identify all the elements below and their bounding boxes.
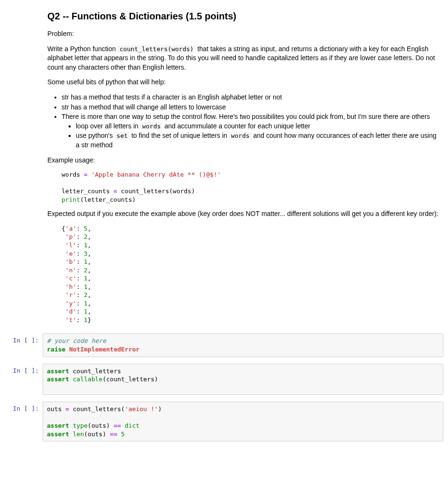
code-builtin: type	[73, 422, 88, 429]
code-input-area[interactable]: # your code here raise NotImplementedErr…	[43, 333, 443, 357]
code-cell: In [ ]: # your code here raise NotImplem…	[5, 333, 443, 357]
problem-description: Write a Python function count_letters(wo…	[47, 45, 439, 72]
hint-subitem: loop over all letters in words and accum…	[76, 122, 439, 131]
hints-intro: Some useful bits of python that will hel…	[47, 78, 439, 87]
problem-text-a: Write a Python function	[47, 45, 117, 53]
code-input-area[interactable]: outs = count_letters('aeiou !') assert t…	[43, 402, 443, 441]
code-token: count_letters(	[69, 405, 125, 413]
code-token: =	[65, 405, 69, 413]
code-keyword: assert	[47, 368, 69, 375]
cell-prompt: In [ ]:	[5, 364, 43, 395]
sub-text: and accummulate a counter for each uniqu…	[162, 122, 310, 130]
inline-code-set: set	[115, 132, 129, 140]
sub-text: use python's	[76, 132, 115, 139]
code-token: words	[62, 171, 84, 178]
code-token: ==	[110, 431, 117, 438]
code-cell: In [ ]: assert count_letters assert call…	[5, 364, 443, 395]
cell-prompt: In [ ]:	[5, 333, 43, 357]
problem-label: Problem:	[47, 29, 439, 39]
code-token: )	[158, 405, 162, 413]
sub-text: to find the set of unique letters in	[130, 132, 229, 139]
inline-code-words: words	[140, 122, 162, 130]
code-keyword: raise	[47, 346, 65, 353]
example-code-block: words = 'Apple banana Cherry dAte ** ()@…	[47, 171, 439, 204]
code-id: count_letters	[73, 368, 121, 375]
code-keyword: assert	[47, 431, 69, 438]
code-keyword: assert	[47, 422, 69, 429]
notebook-root: Q2 -- Functions & Dictionaries (1.5 poin…	[0, 0, 448, 458]
code-token: outs	[47, 405, 65, 413]
code-string: 'Apple banana Cherry dAte ** ()@$!'	[91, 171, 221, 178]
markdown-cell: Q2 -- Functions & Dictionaries (1.5 poin…	[5, 9, 443, 324]
code-number: 5	[121, 431, 125, 438]
hints-list: str has a method that tests if a charact…	[47, 93, 439, 150]
code-token: letter_counts	[62, 188, 114, 195]
hint-subitem: use python's set to find the set of uniq…	[76, 131, 439, 150]
code-token: (outs)	[84, 431, 110, 438]
code-builtin: dict	[125, 422, 139, 429]
code-builtin: print	[62, 196, 80, 203]
code-cell: In [ ]: outs = count_letters('aeiou !') …	[5, 402, 443, 441]
inline-code-fn: count_letters(words)	[117, 45, 196, 53]
code-token: (count_letters)	[102, 376, 158, 383]
code-keyword: assert	[47, 376, 69, 383]
hint-item: str has a method that tests if a charact…	[62, 93, 439, 102]
code-exception: NotImplementedError	[69, 346, 140, 353]
hints-sublist: loop over all letters in words and accum…	[62, 122, 439, 150]
code-token: =	[84, 171, 88, 178]
question-heading: Q2 -- Functions & Dictionaries (1.5 poin…	[47, 9, 439, 23]
code-string: 'aeiou !'	[125, 405, 158, 413]
expected-output-block: {'a': 5, 'p': 2, 'l': 1, 'e': 3, 'b': 1,…	[47, 225, 439, 324]
code-token: (outs)	[88, 422, 114, 429]
hint-text: There is more than one way to setup the …	[62, 113, 430, 120]
example-usage-label: Example usage:	[47, 156, 439, 165]
code-builtin: callable	[73, 376, 103, 383]
hint-item: str has a method that will change all le…	[62, 103, 439, 112]
sub-text: loop over all letters in	[76, 122, 140, 130]
code-token: ==	[114, 422, 121, 429]
code-comment: # your code here	[47, 337, 106, 344]
inline-code-words: words	[229, 132, 251, 140]
cell-prompt: In [ ]:	[5, 402, 43, 441]
code-builtin: len	[73, 431, 84, 438]
code-token	[88, 171, 91, 178]
code-token: (letter_counts)	[80, 196, 135, 203]
hint-item: There is more than one way to setup the …	[62, 112, 439, 150]
code-token: count_letters(words)	[117, 188, 195, 195]
expected-output-label: Expected output if you execute the examp…	[47, 209, 439, 219]
code-input-area[interactable]: assert count_letters assert callable(cou…	[43, 364, 443, 395]
